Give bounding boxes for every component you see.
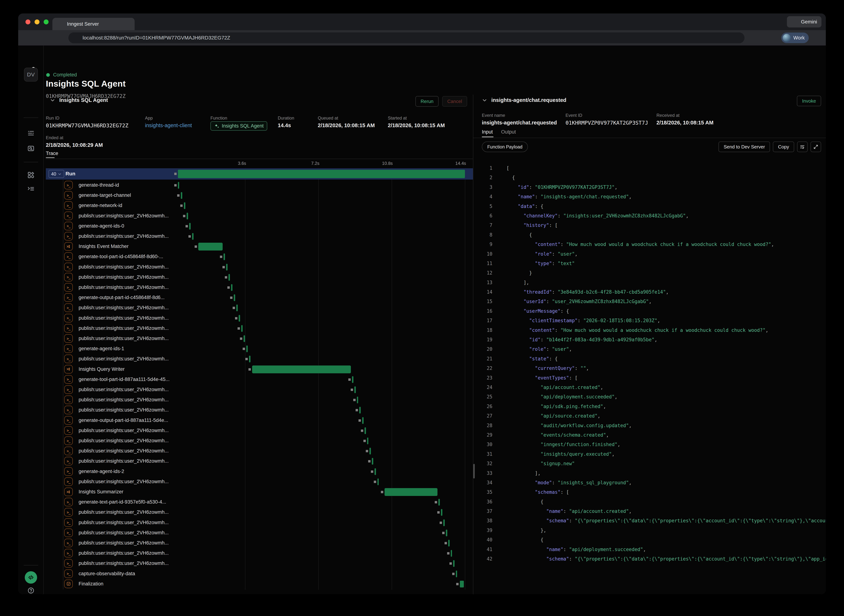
browser-menu-button[interactable] [810,32,821,43]
trace-row[interactable]: >_publish:user:insights:user_2VH6zowmh..… [46,262,473,272]
trace-row[interactable]: >_publish:user:insights:user_2VH6zowmh..… [46,548,473,558]
span-bar[interactable] [365,427,366,434]
browser-tab[interactable]: Inngest Server [53,18,135,30]
expand-button[interactable] [810,142,821,152]
payload-code-editor[interactable]: 1[2{3"id": "01KHRMPVZP0V977KAT2GP3ST7J",… [473,163,826,594]
back-button[interactable] [23,32,34,43]
span-bar[interactable] [181,192,182,199]
function-payload-button[interactable]: Function Payload [482,142,528,152]
span-bar[interactable] [359,407,361,414]
span-bar[interactable] [234,294,235,301]
span-bar[interactable] [236,305,238,311]
trace-section-header[interactable]: Insights SQL Agent [50,97,108,103]
span-bar[interactable] [252,365,351,373]
run-children-badge[interactable]: 40 [48,170,64,178]
bookmark-button[interactable] [748,32,758,43]
trace-row[interactable]: >_generate-thread-id [46,180,473,190]
trace-run-row[interactable]: 40 Run [46,168,473,180]
trace-row[interactable]: >_publish:user:insights:user_2VH6zowmh..… [46,446,473,456]
trace-row[interactable]: >_publish:user:insights:user_2VH6zowmh..… [46,282,473,293]
sidebar-item-preview-search[interactable] [18,145,44,152]
span-bar[interactable] [354,386,356,393]
trace-row[interactable]: >_publish:user:insights:user_2VH6zowmh..… [46,354,473,364]
trace-row[interactable]: >_generate-tool-part-id-887aa111-5d4e-45… [46,374,473,384]
profile-button[interactable]: Work [781,32,809,43]
trace-row[interactable]: >_publish:user:insights:user_2VH6zowmh..… [46,538,473,548]
span-bar[interactable] [352,376,353,383]
span-bar[interactable] [384,488,437,496]
traffic-light-minimize[interactable] [35,19,40,24]
span-bar[interactable] [198,243,223,251]
span-bar[interactable] [377,478,379,485]
event-section-header[interactable]: insights-agent/chat.requested [482,97,566,103]
trace-row[interactable]: >_generate-agent-ids-0 [46,221,473,231]
cancel-button[interactable]: Cancel [442,96,467,107]
trace-row[interactable]: >_generate-output-part-id-c458648f-8d6..… [46,293,473,303]
trace-row[interactable]: >_publish:user:insights:user_2VH6zowmh..… [46,528,473,538]
word-wrap-button[interactable] [797,142,807,152]
span-bar[interactable] [372,458,373,465]
trace-row[interactable]: >_publish:user:insights:user_2VH6zowmh..… [46,395,473,405]
span-bar[interactable] [443,519,445,526]
span-bar[interactable] [192,233,193,240]
sidebar-item-apps[interactable] [18,172,44,179]
rerun-button[interactable]: Rerun [415,96,438,107]
trace-row[interactable]: >_publish:user:insights:user_2VH6zowmh..… [46,231,473,241]
site-info-icon[interactable] [73,35,79,41]
trace-row[interactable]: Insights Event Matcher [46,241,473,252]
traffic-light-close[interactable] [25,19,30,24]
span-bar[interactable] [189,223,190,230]
span-bar[interactable] [451,550,452,557]
trace-row[interactable]: >_publish:user:insights:user_2VH6zowmh..… [46,313,473,323]
span-bar[interactable] [375,468,376,475]
traffic-light-zoom[interactable] [44,19,48,24]
span-bar[interactable] [438,499,440,506]
trace-row[interactable]: >_publish:user:insights:user_2VH6zowmh..… [46,303,473,313]
trace-row[interactable]: >_publish:user:insights:user_2VH6zowmh..… [46,323,473,333]
tab-input[interactable]: Input [482,129,493,135]
span-bar[interactable] [226,264,227,270]
trace-row[interactable]: >_publish:user:insights:user_2VH6zowmh..… [46,405,473,415]
trace-row[interactable]: >_publish:user:insights:user_2VH6zowmh..… [46,518,473,528]
trace-row[interactable]: Insights Summarizer [46,487,473,497]
copy-button[interactable]: Copy [773,142,794,152]
trace-row[interactable]: >_publish:user:insights:user_2VH6zowmh..… [46,425,473,436]
trace-row[interactable]: >_publish:user:insights:user_2VH6zowmh..… [46,384,473,395]
dev-server-button[interactable] [25,571,37,584]
reload-button[interactable] [44,32,54,43]
forward-button[interactable] [34,32,44,43]
span-bar[interactable] [231,284,233,291]
span-bar[interactable] [448,540,450,547]
sidebar-item-terminal-list[interactable] [18,185,44,192]
span-bar[interactable] [362,417,363,424]
span-bar[interactable] [460,581,464,587]
tab-trace[interactable]: Trace [46,151,58,156]
span-bar[interactable] [224,254,225,260]
span-bar[interactable] [243,335,245,342]
trace-row[interactable]: >_capture-observability-data [46,569,473,579]
trace-row[interactable]: >_publish:user:insights:user_2VH6zowmh..… [46,272,473,282]
span-bar[interactable] [367,437,369,444]
gemini-button[interactable]: Gemini [787,16,821,28]
field-value[interactable]: insights-agent-client [145,122,192,128]
span-bar[interactable] [357,397,358,403]
trace-row[interactable]: >_publish:user:insights:user_2VH6zowmh..… [46,333,473,344]
invoke-button[interactable]: Invoke [797,96,821,106]
span-bar[interactable] [446,529,447,536]
trace-row[interactable]: >_publish:user:insights:user_2VH6zowmh..… [46,477,473,487]
trace-row[interactable]: >_generate-output-part-id-887aa111-5d4e.… [46,415,473,425]
trace-row[interactable]: >_generate-agent-ids-1 [46,344,473,354]
trace-row[interactable]: Finalization [46,579,473,589]
span-bar[interactable] [453,560,454,567]
tab-close-icon[interactable] [125,21,130,27]
span-bar[interactable] [229,274,230,281]
home-button[interactable] [54,32,65,43]
trace-row[interactable]: >_generate-agent-ids-2 [46,466,473,477]
span-bar[interactable] [441,509,443,516]
run-span-bar[interactable] [178,170,465,178]
trace-row[interactable]: >_generate-text-part-id-9357e5f0-a530-4.… [46,497,473,507]
trace-row[interactable]: >_publish:user:insights:user_2VH6zowmh..… [46,436,473,446]
trace-row[interactable]: >_generate-network-id [46,201,473,211]
span-bar[interactable] [241,325,243,332]
new-tab-button[interactable] [140,21,147,28]
